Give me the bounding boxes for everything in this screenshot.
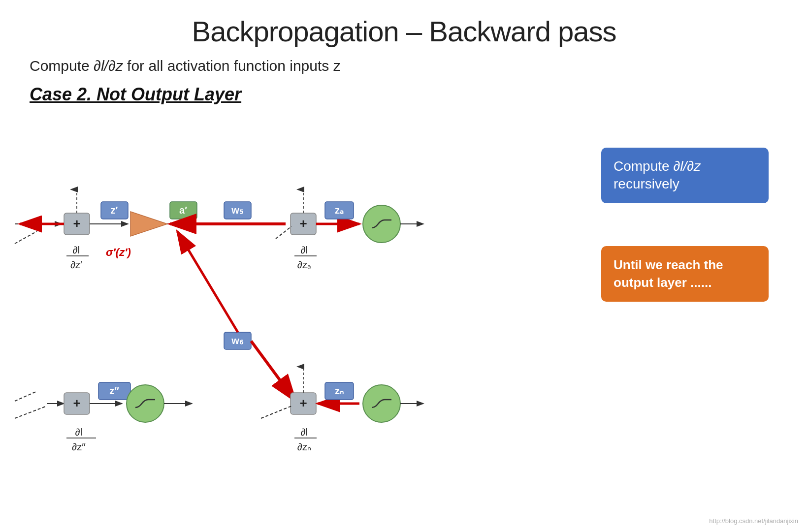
subtitle: Compute ∂l/∂z for all activation functio…: [30, 58, 808, 74]
svg-line-23: [276, 226, 291, 239]
svg-line-38: [251, 341, 295, 401]
svg-text:∂zₙ: ∂zₙ: [297, 441, 311, 452]
svg-line-4: [15, 231, 37, 244]
svg-text:a′: a′: [179, 205, 187, 216]
svg-text:∂l: ∂l: [75, 427, 82, 438]
svg-text:z′′: z′′: [109, 385, 119, 396]
svg-text:∂z′: ∂z′: [70, 259, 82, 270]
svg-text:w₅: w₅: [231, 205, 243, 216]
svg-line-40: [15, 391, 37, 401]
svg-text:+: +: [73, 396, 80, 410]
case-title: Case 2. Not Output Layer: [30, 84, 241, 105]
svg-point-27: [363, 205, 400, 243]
svg-text:∂z′′: ∂z′′: [72, 441, 86, 452]
svg-text:+: +: [299, 216, 307, 231]
diagram-area: Compute ∂l/∂zrecursively Until we reach …: [0, 138, 808, 532]
svg-text:∂l: ∂l: [301, 245, 308, 255]
svg-text:+: +: [73, 216, 80, 231]
svg-text:∂zₐ: ∂zₐ: [297, 259, 311, 270]
svg-text:+: +: [299, 396, 307, 410]
info-box-orange: Until we reach the output layer ......: [601, 246, 769, 302]
svg-text:zₐ: zₐ: [335, 205, 344, 216]
svg-line-39: [177, 231, 238, 332]
svg-text:∂l: ∂l: [301, 427, 308, 438]
info-box-blue: Compute ∂l/∂zrecursively: [601, 148, 769, 203]
svg-text:w₆: w₆: [231, 335, 244, 346]
svg-point-48: [127, 385, 164, 422]
svg-line-41: [15, 406, 47, 418]
svg-text:z′: z′: [111, 205, 118, 216]
svg-point-60: [363, 385, 400, 422]
svg-text:σ′(z′): σ′(z′): [106, 246, 131, 258]
svg-line-56: [261, 406, 291, 418]
network-diagram: + z′ a′ w₅ + zₐ: [0, 138, 591, 532]
svg-text:zₙ: zₙ: [335, 385, 344, 396]
svg-text:∂l: ∂l: [73, 245, 80, 255]
svg-marker-13: [130, 212, 167, 236]
watermark: http://blog.csdn.net/jilandanjixin: [709, 517, 798, 525]
page-title: Backpropagation – Backward pass: [0, 0, 808, 48]
